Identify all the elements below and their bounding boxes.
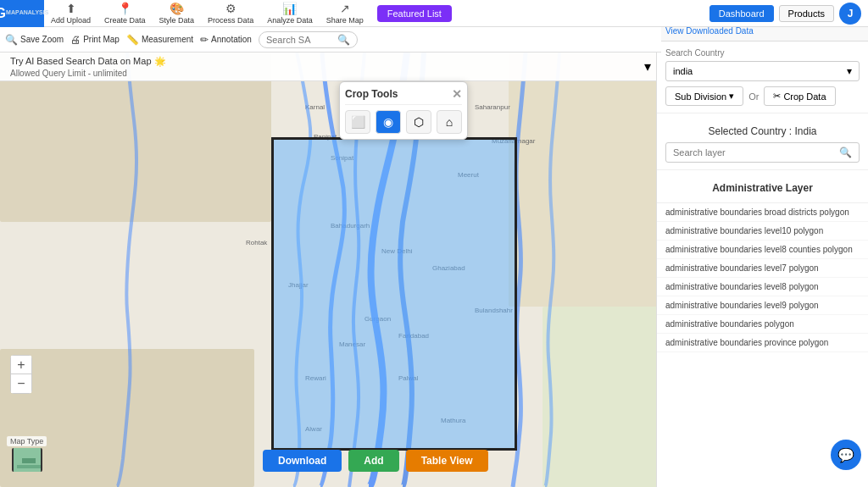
- svg-rect-1: [17, 465, 41, 468]
- selected-country-text: Selected Country : India: [665, 120, 860, 142]
- city-label-rohtak: Rohtak: [246, 239, 267, 246]
- nav-add-upload-label: Add Upload: [51, 16, 91, 25]
- print-map-icon: 🖨: [70, 34, 81, 46]
- crop-data-label: Crop Data: [783, 91, 826, 102]
- country-dropdown-icon[interactable]: ▾: [847, 65, 852, 77]
- city-label-karnal: Karnal: [305, 103, 325, 111]
- subdiv-dropdown-icon: ▾: [729, 91, 734, 102]
- nav-process-data[interactable]: ⚙ Process Data: [201, 0, 260, 26]
- nav-create-data[interactable]: 📍 Create Data: [97, 0, 153, 26]
- sub-division-label: Sub Division: [675, 91, 726, 102]
- crop-tools-close-button[interactable]: ✕: [452, 87, 462, 101]
- view-downloaded-link[interactable]: View Downloaded Data: [665, 26, 760, 36]
- layer-list: administrative boundaries broad district…: [657, 203, 868, 352]
- map-thumb-svg: [14, 448, 41, 472]
- map-type-thumbnail[interactable]: [12, 448, 42, 472]
- table-view-button[interactable]: Table View: [406, 450, 488, 472]
- nav-right: Dashboard Products J: [709, 3, 868, 25]
- nav-analyze-data[interactable]: 📊 Analyze Data: [260, 0, 320, 26]
- crop-tool-rectangle-button[interactable]: ⬜: [345, 110, 370, 134]
- user-avatar[interactable]: J: [839, 3, 861, 25]
- save-zoom-label: Save Zoom: [20, 35, 64, 44]
- add-button[interactable]: Add: [348, 450, 398, 472]
- ai-banner-text: Try AI Based Search Data on Map 🌟: [10, 56, 166, 66]
- crop-data-button[interactable]: ✂ Crop Data: [764, 86, 835, 106]
- sub-division-button[interactable]: Sub Division ▾: [665, 86, 743, 106]
- crop-tools-title: Crop Tools: [345, 88, 398, 100]
- print-map-label: Print Map: [83, 35, 120, 44]
- crop-data-icon: ✂: [773, 91, 781, 102]
- layer-item-5[interactable]: administrative boundaries level9 polygon: [657, 296, 868, 315]
- measurement-icon: 📏: [126, 34, 139, 46]
- search-icon: 🔍: [337, 34, 350, 46]
- nav-create-data-label: Create Data: [104, 16, 146, 25]
- top-nav: G MAP ANALYSIS ⬆ Add Upload 📍 Create Dat…: [0, 0, 868, 27]
- right-panel: Download GIS Data Download Left: 5.9 GB …: [656, 0, 868, 487]
- layer-item-7[interactable]: administrative boundaries province polyg…: [657, 334, 868, 352]
- download-button[interactable]: Download: [263, 450, 342, 472]
- create-data-icon: 📍: [118, 2, 132, 15]
- process-data-icon: ⚙: [225, 2, 236, 15]
- search-country-section: Search Country ▾ Sub Division ▾ Or ✂ Cro…: [657, 42, 868, 113]
- nav-share-map-label: Share Map: [326, 16, 364, 25]
- nav-process-data-label: Process Data: [208, 16, 253, 25]
- svg-rect-2: [22, 458, 36, 463]
- crop-tools-popup: Crop Tools ✕ ⬜ ◉ ⬡ ⌂: [339, 81, 468, 140]
- map-area[interactable]: SonipatMeerutPanipatGhaziabadNew DelhiFa…: [0, 53, 661, 487]
- crop-selection-area[interactable]: [271, 137, 517, 451]
- admin-layer-title: Administrative Layer: [665, 177, 860, 199]
- analyze-data-icon: 📊: [282, 2, 297, 15]
- share-map-icon: ↗: [340, 2, 350, 15]
- country-input-wrapper: ▾: [665, 61, 860, 81]
- nav-items: ⬆ Add Upload 📍 Create Data 🎨 Style Data …: [44, 0, 709, 26]
- layer-item-4[interactable]: administrative boundaries level8 polygon: [657, 278, 868, 296]
- layer-item-3[interactable]: administrative boundaries level7 polygon: [657, 259, 868, 278]
- annotation-btn[interactable]: ✏ Annotation: [200, 34, 252, 46]
- save-zoom-btn[interactable]: 🔍 Save Zoom: [5, 34, 64, 46]
- app-logo: G MAP ANALYSIS: [0, 0, 44, 27]
- crop-tool-circle-button[interactable]: ◉: [376, 110, 401, 134]
- terrain-east: [509, 53, 661, 307]
- toolbar: 🔍 Save Zoom 🖨 Print Map 📏 Measurement ✏ …: [0, 27, 661, 53]
- zoom-out-button[interactable]: −: [11, 374, 31, 393]
- sub-division-row: Sub Division ▾ Or ✂ Crop Data: [665, 86, 860, 106]
- layer-item-0[interactable]: administrative boundaries broad district…: [657, 203, 868, 222]
- featured-list-button[interactable]: Featured List: [377, 5, 452, 22]
- chat-bubble-button[interactable]: 💬: [831, 440, 861, 470]
- measurement-btn[interactable]: 📏 Measurement: [126, 34, 193, 46]
- ai-banner-collapse-icon[interactable]: ▾: [644, 58, 651, 75]
- layer-item-6[interactable]: administrative boundaries polygon: [657, 315, 868, 334]
- nav-add-upload[interactable]: ⬆ Add Upload: [44, 0, 97, 26]
- annotation-icon: ✏: [200, 34, 209, 46]
- country-input[interactable]: [673, 66, 847, 76]
- save-zoom-icon: 🔍: [5, 34, 18, 46]
- print-map-btn[interactable]: 🖨 Print Map: [70, 34, 120, 46]
- dashboard-button[interactable]: Dashboard: [709, 5, 774, 22]
- zoom-controls: + −: [10, 355, 32, 394]
- search-input[interactable]: [266, 35, 334, 45]
- crop-tools-header: Crop Tools ✕: [345, 87, 462, 105]
- map-type-section: Map Type: [7, 436, 47, 472]
- measurement-label: Measurement: [142, 35, 193, 44]
- zoom-in-button[interactable]: +: [11, 356, 31, 374]
- selected-country-section: Selected Country : India 🔍: [657, 113, 868, 170]
- map-type-label: Map Type: [7, 436, 47, 446]
- city-label-saharanpur: Saharanpur: [475, 103, 510, 111]
- search-layer-input[interactable]: [673, 147, 839, 158]
- crop-tool-house-button[interactable]: ⌂: [437, 110, 462, 134]
- admin-layer-section: Administrative Layer: [657, 170, 868, 203]
- nav-style-data-label: Style Data: [159, 16, 195, 25]
- search-box[interactable]: 🔍: [259, 31, 358, 48]
- style-data-icon: 🎨: [170, 2, 184, 15]
- crop-tools-icons: ⬜ ◉ ⬡ ⌂: [345, 110, 462, 134]
- layer-item-1[interactable]: administrative boundaries level10 polygo…: [657, 222, 868, 241]
- search-country-label: Search Country: [665, 48, 860, 58]
- products-button[interactable]: Products: [779, 5, 834, 22]
- nav-style-data[interactable]: 🎨 Style Data: [153, 0, 202, 26]
- layer-item-2[interactable]: administrative boundaries level8 countie…: [657, 241, 868, 259]
- nav-share-map[interactable]: ↗ Share Map: [320, 0, 370, 26]
- crop-tool-polygon-button[interactable]: ⬡: [406, 110, 431, 134]
- or-text: Or: [748, 91, 759, 102]
- search-layer-wrapper: 🔍: [665, 142, 860, 163]
- bottom-buttons: Download Add Table View: [263, 450, 488, 472]
